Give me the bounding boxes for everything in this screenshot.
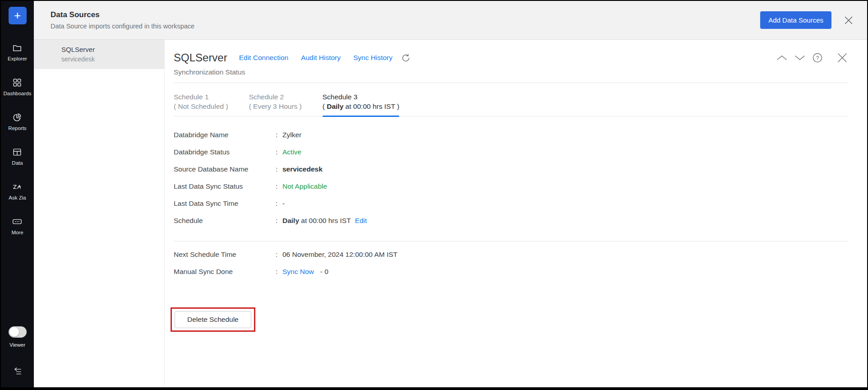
folder-icon xyxy=(12,43,22,53)
connection-links: Edit Connection Audit History Sync Histo… xyxy=(239,54,392,62)
sidebar-item-label: Ask Zia xyxy=(9,195,26,200)
sidebar-item-data[interactable]: Data xyxy=(3,147,31,166)
delete-schedule-button[interactable]: Delete Schedule xyxy=(175,311,251,328)
page-header: Data Sources Data Source imports configu… xyxy=(34,1,867,40)
tab-line1: Schedule 3 xyxy=(323,92,399,102)
tab-line2: ( Every 3 Hours ) xyxy=(249,102,302,111)
footer-details: Next Schedule Time : 06 November, 2024 1… xyxy=(174,246,848,280)
create-new-button[interactable]: + xyxy=(9,7,27,24)
refresh-icon[interactable] xyxy=(401,53,411,63)
sidebar-item-label: Dashboards xyxy=(3,91,31,96)
viewer-toggle[interactable] xyxy=(9,326,27,338)
body-row: SQLServer servicedesk SQLServer Edit Con… xyxy=(34,40,867,387)
tab-schedule-1[interactable]: Schedule 1 ( Not Scheduled ) xyxy=(174,92,228,116)
tab-line1: Schedule 2 xyxy=(249,92,302,102)
annotation-highlight-box: Delete Schedule xyxy=(171,307,255,332)
page-subtitle: Data Source imports configured in this w… xyxy=(51,23,194,30)
grid-icon xyxy=(12,78,22,88)
sync-history-link[interactable]: Sync History xyxy=(353,54,392,62)
detail-row-databridge-status: Databridge Status : Active xyxy=(174,144,848,161)
detail-row-source-database: Source Database Name : servicedesk xyxy=(174,161,848,178)
pie-chart-icon xyxy=(12,112,22,122)
sync-now-link[interactable]: Sync Now xyxy=(282,268,314,276)
sidebar-item-ask-zia[interactable]: Ask Zia xyxy=(3,182,31,200)
zia-icon xyxy=(12,182,23,192)
sidebar-bottom: Viewer xyxy=(9,326,27,379)
tab-line2: ( Daily at 00:00 hrs IST ) xyxy=(323,102,399,111)
edit-connection-link[interactable]: Edit Connection xyxy=(239,54,288,62)
panel-window-icons: ? xyxy=(776,52,848,64)
sidebar-item-explorer[interactable]: Explorer xyxy=(3,43,31,61)
close-icon[interactable] xyxy=(843,15,854,26)
table-icon xyxy=(12,147,22,157)
detail-row-databridge-name: Databridge Name : Zylker xyxy=(174,126,848,144)
svg-text:?: ? xyxy=(816,55,819,61)
audit-history-link[interactable]: Audit History xyxy=(301,54,341,62)
connection-title: SQLServer xyxy=(174,51,227,64)
status-badge: Active xyxy=(282,148,301,156)
toggle-knob xyxy=(9,327,19,337)
collapse-sidebar-icon[interactable] xyxy=(12,366,23,379)
sidebar-item-label: Data xyxy=(12,160,23,166)
edit-schedule-link[interactable]: Edit xyxy=(355,217,367,225)
sidebar-nav: Explorer Dashboards Reports Data xyxy=(3,43,31,235)
detail-row-schedule: Schedule : Daily at 00:00 hrs IST Edit xyxy=(174,212,848,229)
schedule-details: Databridge Name : Zylker Databridge Stat… xyxy=(174,126,848,229)
tab-schedule-3[interactable]: Schedule 3 ( Daily at 00:00 hrs IST ) xyxy=(323,92,399,116)
detail-row-manual-sync-done: Manual Sync Done : Sync Now - 0 xyxy=(174,263,848,280)
sidebar-item-more[interactable]: More xyxy=(3,217,31,235)
divider xyxy=(174,83,848,83)
section-title: Synchronization Status xyxy=(174,68,848,76)
panel-close-icon[interactable] xyxy=(836,52,848,64)
help-icon[interactable]: ? xyxy=(812,52,823,63)
content-area: Data Sources Data Source imports configu… xyxy=(34,1,867,387)
app-window: + Explorer Dashboards Reports xyxy=(0,0,868,390)
sidebar-item-label: Reports xyxy=(8,125,26,131)
sync-status-panel: SQLServer Edit Connection Audit History … xyxy=(165,40,867,387)
sidebar-item-label: Explorer xyxy=(8,56,27,61)
status-badge: Not Applicable xyxy=(282,182,327,190)
tab-line1: Schedule 1 xyxy=(174,92,228,102)
tab-schedule-2[interactable]: Schedule 2 ( Every 3 Hours ) xyxy=(249,92,302,116)
ellipsis-icon xyxy=(12,217,23,227)
viewer-toggle-label: Viewer xyxy=(9,342,25,348)
sidebar-item-dashboards[interactable]: Dashboards xyxy=(3,78,31,96)
divider xyxy=(174,241,848,241)
detail-row-last-sync-time: Last Data Sync Time : - xyxy=(174,195,848,212)
sidebar: + Explorer Dashboards Reports xyxy=(1,1,34,387)
data-source-name: SQLServer xyxy=(61,46,160,53)
chevron-down-icon[interactable] xyxy=(794,54,806,61)
data-sources-list: SQLServer servicedesk xyxy=(34,40,165,387)
sidebar-item-label: More xyxy=(11,230,23,235)
detail-row-last-sync-status: Last Data Sync Status : Not Applicable xyxy=(174,178,848,195)
tab-line2: ( Not Scheduled ) xyxy=(174,102,228,111)
schedule-tabs: Schedule 1 ( Not Scheduled ) Schedule 2 … xyxy=(174,92,848,116)
data-source-database: servicedesk xyxy=(61,56,160,63)
panel-header: SQLServer Edit Connection Audit History … xyxy=(174,51,848,64)
add-data-sources-button[interactable]: Add Data Sources xyxy=(760,11,831,29)
page-header-titles: Data Sources Data Source imports configu… xyxy=(51,10,194,30)
detail-row-next-schedule-time: Next Schedule Time : 06 November, 2024 1… xyxy=(174,246,848,263)
sidebar-item-reports[interactable]: Reports xyxy=(3,112,31,131)
page-title: Data Sources xyxy=(51,10,194,19)
list-item-sqlserver[interactable]: SQLServer servicedesk xyxy=(34,40,164,69)
chevron-up-icon[interactable] xyxy=(776,54,788,61)
